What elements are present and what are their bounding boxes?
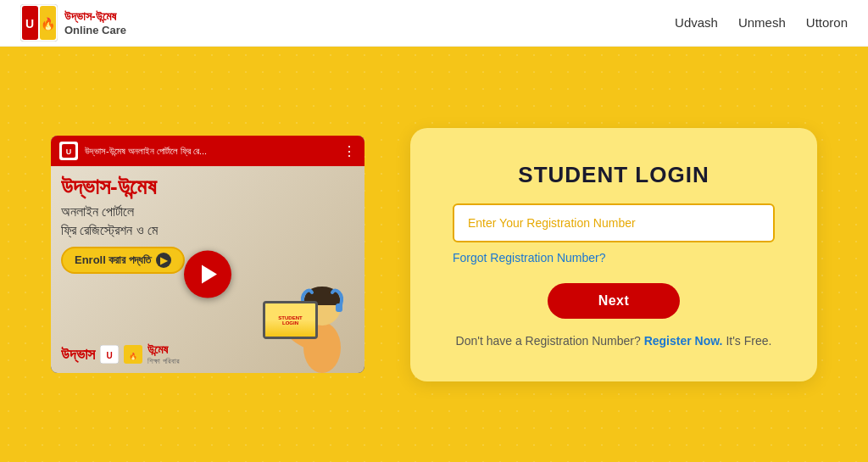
nav-links: Udvash Unmesh Uttoron	[675, 15, 848, 31]
login-title: STUDENT LOGIN	[518, 162, 709, 188]
svg-text:🔥: 🔥	[41, 17, 56, 31]
svg-text:U: U	[66, 148, 72, 156]
logo-online-care-text: Online Care	[64, 24, 126, 37]
logo-icon: U 🔥	[20, 4, 58, 42]
enroll-label: Enroll করার পদ্ধতি	[75, 253, 151, 267]
main-content: U উদ্ভাস-উন্মেষ অনলাইন পোর্টালে ফ্রি রে.…	[0, 47, 868, 462]
register-now-link[interactable]: Register Now.	[644, 334, 723, 348]
main-nav: Udvash Unmesh Uttoron	[675, 15, 848, 31]
video-thumbnail: U উদ্ভাস-উন্মেষ অনলাইন পোর্টালে ফ্রি রে.…	[51, 136, 364, 373]
nav-item-unmesh[interactable]: Unmesh	[738, 15, 786, 31]
video-topbar: U উদ্ভাস-উন্মেষ অনলাইন পোর্টালে ফ্রি রে.…	[51, 136, 364, 166]
nav-link-udvash[interactable]: Udvash	[675, 15, 718, 30]
forgot-registration-link[interactable]: Forgot Registration Number?	[453, 251, 606, 264]
video-topbar-title: উদ্ভাস-উন্মেষ অনলাইন পোর্টালে ফ্রি রে...	[85, 146, 336, 157]
desk-monitor-screen: STUDENTLOGIN	[265, 303, 315, 337]
video-dots-icon[interactable]: ⋮	[342, 143, 356, 159]
play-button-overlay[interactable]	[184, 251, 231, 298]
video-topbar-logo-icon: U	[59, 142, 78, 160]
registration-input[interactable]	[453, 203, 775, 242]
login-panel: STUDENT LOGIN Forgot Registration Number…	[410, 128, 817, 381]
next-button[interactable]: Next	[548, 283, 681, 319]
video-bottom-icon1: U	[100, 345, 119, 364]
video-bottom-logo-text: উদ্ভাস	[61, 346, 95, 364]
svg-text:🔥: 🔥	[129, 352, 137, 360]
svg-text:U: U	[106, 351, 112, 360]
desk-monitor-label: STUDENTLOGIN	[278, 315, 302, 326]
desk-monitor: STUDENTLOGIN	[263, 301, 318, 339]
video-subtitle-bengali: অনলাইন পোর্টালে ফ্রি রেজিস্ট্রেশন ও মে	[61, 203, 354, 241]
nav-item-uttoron[interactable]: Uttoron	[806, 15, 848, 31]
video-bottom-icon2: 🔥	[124, 345, 142, 364]
video-bottom-logo: উদ্ভাস U 🔥 উন্মেষ শিক্ষা পরিবার	[61, 342, 180, 366]
header: U 🔥 উদ্ভাস-উন্মেষ Online Care Udvash Unm…	[0, 0, 868, 47]
register-text-before: Don't have a Registration Number?	[456, 334, 641, 348]
video-thumbnail-container[interactable]: U উদ্ভাস-উন্মেষ অনলাইন পোর্টালে ফ্রি রে.…	[51, 136, 364, 373]
video-bottom-sub: উন্মেষ শিক্ষা পরিবার	[147, 342, 180, 366]
video-body: উদ্ভাস-উন্মেষ অনলাইন পোর্টালে ফ্রি রেজিস…	[51, 166, 364, 373]
nav-link-uttoron[interactable]: Uttoron	[806, 15, 848, 30]
nav-link-unmesh[interactable]: Unmesh	[738, 15, 786, 30]
nav-item-udvash[interactable]: Udvash	[675, 15, 718, 31]
register-text-after: It's Free.	[726, 334, 771, 348]
arrow-circle-icon: ▶	[156, 253, 171, 268]
play-triangle-icon	[202, 265, 217, 284]
logo-area: U 🔥 উদ্ভাস-উন্মেষ Online Care	[20, 4, 126, 42]
video-topbar-logo: U	[59, 142, 78, 160]
logo-bengali-text: উদ্ভাস-উন্মেষ	[64, 9, 126, 24]
svg-text:U: U	[25, 17, 34, 31]
svg-rect-10	[336, 303, 342, 312]
play-circle	[184, 251, 231, 298]
logo-text-container: উদ্ভাস-উন্মেষ Online Care	[64, 9, 126, 36]
video-title-bengali: উদ্ভাস-উন্মেষ	[61, 175, 354, 199]
register-text: Don't have a Registration Number? Regist…	[456, 334, 772, 348]
video-enroll-button[interactable]: Enroll করার পদ্ধতি ▶	[61, 247, 185, 274]
